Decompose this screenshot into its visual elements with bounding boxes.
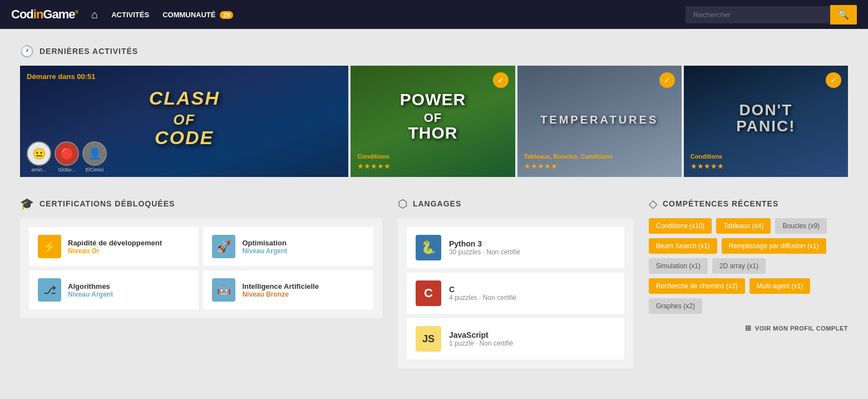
skill-beamsearch[interactable]: Beam Search (x1) [649,238,717,254]
cert-algo-icon: ⎇ [38,278,61,302]
thor-title: POWEROFTHOR [400,91,466,141]
activity-cards: Démarre dans 00:51 CLASHOFCODE 😐 amin...… [20,66,848,177]
player-1: 😐 amin... [27,141,51,173]
search-bar: 🔍 [685,5,857,24]
comp-header: ◇ COMPÉTENCES RÉCENTES [649,197,848,210]
panic-title: DON'TPANIC! [736,102,795,135]
python-logo: 🐍 [416,235,441,260]
player-2: 🔴 Globo... [55,141,79,173]
panic-tags: Conditions [691,153,724,160]
temps-tags: Tableaux, Boucles, Conditions [524,153,613,160]
home-icon[interactable]: ⌂ [91,8,98,21]
clash-timer: Démarre dans 00:51 [27,72,96,81]
skill-2darray[interactable]: 2D array (x1) [712,258,766,274]
grid-icon: ⊞ [745,324,752,332]
view-profile[interactable]: ⊞ VOIR MON PROFIL COMPLET [649,324,848,332]
lang-header: ⬡ LANGAGES [398,197,633,210]
lang-python[interactable]: 🐍 Python 3 30 puzzles · Non certifié [407,227,624,268]
activites-title: DERNIÈRES ACTIVITÉS [40,47,138,56]
navbar: CodinGame® ⌂ ACTIVITÉS COMMUNAUTÉ 29 🔍 [0,0,868,29]
c-name: C [449,285,516,294]
skill-diffusion[interactable]: Remplissage par diffusion (x1) [722,238,826,254]
cert-rapidite[interactable]: ⚡ Rapidité de développement Niveau Or [29,227,199,266]
activites-nav[interactable]: ACTIVITÉS [111,11,149,19]
js-name: JavaScript [449,331,513,339]
cert-algo[interactable]: ⎇ Algorithmes Niveau Argent [29,270,199,309]
temps-title: TEMPERATURES [525,114,673,126]
card-thor[interactable]: ✓ POWEROFTHOR Conditions ★★★★★ [351,66,515,177]
card-clash[interactable]: Démarre dans 00:51 CLASHOFCODE 😐 amin...… [20,66,348,177]
lang-js[interactable]: JS JavaScript 1 puzzle · Non certifié [407,318,624,359]
competences-section: ◇ COMPÉTENCES RÉCENTES Conditions (x10) … [649,197,848,368]
clash-title: CLASHOFCODE [149,88,220,148]
temps-stars: ★★★★★ [524,162,613,170]
card-panic[interactable]: ✓ DON'TPANIC! Conditions ★★★★★ [684,66,848,177]
skill-chemins[interactable]: Recherche de chemins (x3) [649,278,745,294]
cert-ia[interactable]: 🤖 Intelligence Artificielle Niveau Bronz… [203,270,373,309]
thor-stars: ★★★★★ [357,162,391,170]
player-3: 👤 ElCimici [82,141,107,173]
cert-algo-level: Niveau Argent [68,290,113,298]
skill-conditions[interactable]: Conditions (x10) [649,218,712,234]
temps-check-icon: ✓ [659,72,675,88]
view-profile-label: VOIR MON PROFIL COMPLET [755,325,848,332]
cert-optimisation[interactable]: 🚀 Optimisation Niveau Argent [203,227,373,266]
search-input[interactable] [685,6,830,23]
main-content: 🕐 DERNIÈRES ACTIVITÉS Démarre dans 00:51… [0,29,868,384]
python-name: Python 3 [449,239,520,248]
clock-icon: 🕐 [20,45,34,58]
thor-bottom: Conditions ★★★★★ [357,153,391,170]
cert-ia-icon: 🤖 [212,278,235,302]
skill-multiagent[interactable]: Multi-agent (x1) [749,278,810,294]
cert-optimisation-name: Optimisation [242,239,287,247]
comp-diamond-icon: ◇ [649,197,657,210]
thor-check-icon: ✓ [493,72,509,88]
search-button[interactable]: 🔍 [830,5,857,24]
cert-header: 🎓 CERTIFICATIONS DÉBLOQUÉES [20,197,382,210]
c-logo: C [416,280,441,306]
lower-section: 🎓 CERTIFICATIONS DÉBLOQUÉES ⚡ Rapidité d… [20,197,848,368]
clash-players: 😐 amin... 🔴 Globo... 👤 ElCimici [27,141,107,173]
cert-rapidite-icon: ⚡ [38,235,61,258]
cert-rapidite-name: Rapidité de développement [68,239,162,247]
card-temperatures[interactable]: ✓ TEMPERATURES Tableaux, Boucles, Condit… [517,66,682,177]
lang-c[interactable]: C C 4 puzzles · Non certifié [407,273,624,314]
panic-stars: ★★★★★ [691,162,724,170]
skill-graphes[interactable]: Graphes (x2) [649,298,702,314]
cert-algo-name: Algorithmes [68,282,113,290]
activites-header: 🕐 DERNIÈRES ACTIVITÉS [20,45,848,58]
cert-ia-level: Niveau Bronze [242,290,319,298]
thor-tags: Conditions [357,153,391,160]
activites-section: 🕐 DERNIÈRES ACTIVITÉS Démarre dans 00:51… [20,45,848,177]
lang-title: LANGAGES [413,199,461,208]
skill-simulation[interactable]: Simulation (x1) [649,258,708,274]
skill-boucles[interactable]: Boucles (x9) [775,218,827,234]
certifications-section: 🎓 CERTIFICATIONS DÉBLOQUÉES ⚡ Rapidité d… [20,197,382,368]
js-sub: 1 puzzle · Non certifié [449,339,513,347]
cert-title: CERTIFICATIONS DÉBLOQUÉES [40,199,175,208]
skills-tags: Conditions (x10) Tableaux (x4) Boucles (… [649,218,848,314]
comp-title: COMPÉTENCES RÉCENTES [663,199,778,208]
cert-optimisation-icon: 🚀 [212,235,235,258]
cert-icon: 🎓 [20,197,34,210]
lang-icon: ⬡ [398,197,407,210]
skill-tableaux[interactable]: Tableaux (x4) [716,218,771,234]
js-logo: JS [416,326,441,352]
lang-list: 🐍 Python 3 30 puzzles · Non certifié C C… [398,218,633,368]
cert-ia-name: Intelligence Artificielle [242,282,319,290]
python-sub: 30 puzzles · Non certifié [449,248,520,256]
panic-bottom: Conditions ★★★★★ [691,153,724,170]
temps-bottom: Tableaux, Boucles, Conditions ★★★★★ [524,153,613,170]
cert-rapidite-level: Niveau Or [68,247,162,255]
communaute-badge: 29 [220,11,233,19]
c-sub: 4 puzzles · Non certifié [449,294,516,302]
logo[interactable]: CodinGame® [11,7,78,22]
langages-section: ⬡ LANGAGES 🐍 Python 3 30 puzzles · Non c… [398,197,633,368]
cert-optimisation-level: Niveau Argent [242,247,287,255]
cert-grid: ⚡ Rapidité de développement Niveau Or 🚀 … [20,218,382,318]
communaute-nav[interactable]: COMMUNAUTÉ 29 [162,11,233,19]
panic-check-icon: ✓ [826,72,841,88]
